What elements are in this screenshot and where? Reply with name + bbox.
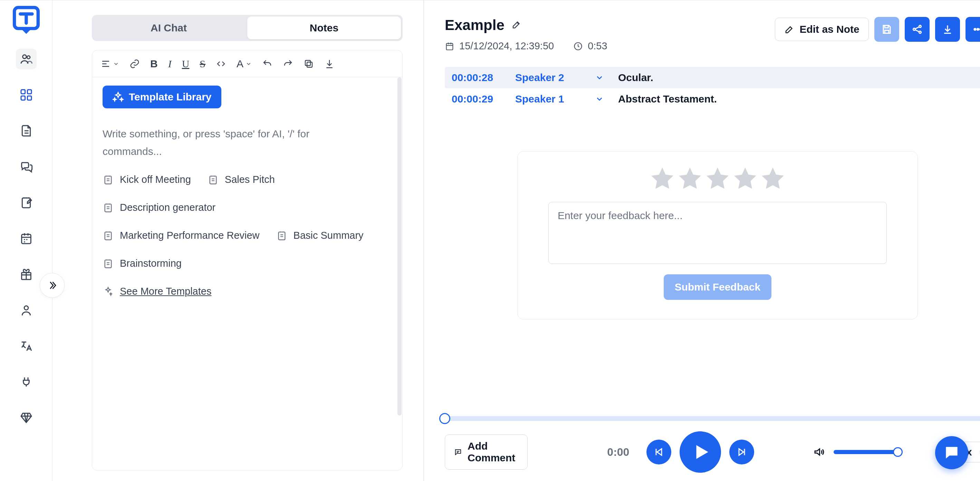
- align-dropdown[interactable]: [100, 59, 119, 69]
- dashboard-icon[interactable]: [16, 84, 37, 105]
- volume-control[interactable]: [813, 446, 899, 458]
- svg-rect-11: [307, 62, 312, 67]
- volume-slider[interactable]: [834, 450, 899, 454]
- svg-point-25: [977, 28, 978, 30]
- rating-stars[interactable]: [649, 165, 786, 192]
- editor-placeholder: Write something, or press 'space' for AI…: [103, 125, 344, 160]
- transcript-row[interactable]: 00:00:29 Speaker 1 Abstract Testament.: [445, 88, 980, 110]
- template-item[interactable]: Marketing Performance Review: [103, 230, 260, 241]
- speaker-dropdown-icon[interactable]: [589, 95, 610, 103]
- editor-body[interactable]: Template Library Write something, or pre…: [92, 77, 402, 305]
- feedback-textarea[interactable]: [548, 202, 887, 264]
- share-button[interactable]: [905, 17, 929, 42]
- template-item[interactable]: Basic Summary: [276, 230, 364, 241]
- note-date: 15/12/2024, 12:39:50: [445, 40, 554, 52]
- download-note-button[interactable]: [935, 17, 960, 42]
- submit-feedback-button[interactable]: Submit Feedback: [664, 274, 772, 300]
- speaker-dropdown-icon[interactable]: [589, 73, 610, 82]
- svg-rect-3: [21, 90, 25, 94]
- svg-point-21: [913, 28, 915, 30]
- prev-track-button[interactable]: [646, 440, 671, 464]
- transcript-row[interactable]: 00:00:28 Speaker 2 Ocular.: [445, 67, 980, 88]
- editor-scrollbar[interactable]: [398, 77, 402, 416]
- tab-ai-chat[interactable]: AI Chat: [92, 15, 245, 41]
- svg-rect-4: [27, 90, 32, 94]
- star-icon[interactable]: [759, 165, 786, 192]
- svg-rect-15: [105, 204, 111, 212]
- transcript-time: 00:00:28: [452, 72, 507, 84]
- sidebar: [0, 0, 52, 481]
- chat-icon[interactable]: [16, 156, 37, 177]
- template-library-button[interactable]: Template Library: [103, 86, 221, 108]
- undo-button[interactable]: [262, 59, 272, 69]
- code-button[interactable]: [216, 59, 226, 69]
- next-track-button[interactable]: [729, 440, 754, 464]
- plugin-icon[interactable]: [16, 371, 37, 392]
- support-chat-fab[interactable]: [935, 436, 968, 469]
- underline-button[interactable]: U: [182, 58, 189, 70]
- svg-rect-5: [21, 96, 25, 100]
- star-icon[interactable]: [649, 165, 676, 192]
- bold-button[interactable]: B: [150, 58, 158, 70]
- italic-button[interactable]: I: [168, 58, 172, 70]
- document-icon[interactable]: [16, 121, 37, 141]
- current-time: 0:00: [607, 446, 629, 459]
- tab-switcher: AI Chat Notes: [92, 15, 402, 41]
- profile-icon[interactable]: [16, 300, 37, 321]
- transcript-time: 00:00:29: [452, 93, 507, 105]
- gift-icon[interactable]: [16, 264, 37, 285]
- editor-card: B I U S A: [92, 50, 402, 471]
- note-duration: 0:53: [573, 40, 607, 52]
- svg-point-2: [27, 56, 30, 59]
- volume-thumb[interactable]: [893, 447, 903, 457]
- transcript-speaker: Speaker 2: [515, 72, 581, 84]
- edit-as-note-button[interactable]: Edit as Note: [775, 17, 869, 41]
- svg-point-22: [919, 25, 921, 27]
- template-list: Kick off Meeting Sales Pitch Description…: [103, 174, 392, 269]
- redo-button[interactable]: [283, 59, 293, 69]
- feedback-card: Submit Feedback: [517, 151, 918, 319]
- save-button[interactable]: [874, 17, 899, 42]
- template-item[interactable]: Kick off Meeting: [103, 174, 191, 185]
- svg-rect-19: [447, 43, 453, 50]
- star-icon[interactable]: [704, 165, 731, 192]
- see-more-templates-link[interactable]: See More Templates: [103, 286, 392, 297]
- text-color-dropdown[interactable]: A: [237, 58, 252, 70]
- translate-icon[interactable]: [16, 336, 37, 356]
- transcript-text: Abstract Testament.: [618, 93, 717, 105]
- download-button[interactable]: [324, 59, 335, 69]
- copy-button[interactable]: [304, 59, 314, 69]
- player: Add Comment 0:00: [445, 402, 980, 473]
- play-button[interactable]: [679, 431, 721, 473]
- svg-rect-6: [27, 96, 32, 100]
- rename-icon[interactable]: [511, 19, 522, 31]
- editor-toolbar: B I U S A: [92, 50, 402, 77]
- diamond-icon[interactable]: [16, 408, 37, 428]
- notes-pane: AI Chat Notes B I U S: [52, 0, 424, 481]
- template-item[interactable]: Description generator: [103, 202, 392, 213]
- template-item[interactable]: Sales Pitch: [208, 174, 275, 185]
- volume-icon: [813, 446, 825, 458]
- transcript-speaker: Speaker 1: [515, 93, 581, 105]
- svg-rect-13: [105, 176, 111, 184]
- star-icon[interactable]: [676, 165, 703, 192]
- svg-point-24: [974, 28, 976, 30]
- strike-button[interactable]: S: [200, 58, 205, 70]
- svg-rect-14: [210, 176, 216, 184]
- template-item[interactable]: Brainstorming: [103, 258, 392, 269]
- svg-rect-17: [278, 232, 285, 240]
- notebook-icon[interactable]: [16, 192, 37, 213]
- team-icon[interactable]: [16, 49, 37, 69]
- add-comment-button[interactable]: Add Comment: [445, 434, 528, 470]
- tab-notes[interactable]: Notes: [247, 17, 401, 39]
- calendar-icon[interactable]: [16, 228, 37, 249]
- svg-point-10: [24, 306, 28, 310]
- svg-rect-16: [105, 232, 111, 240]
- transcript-list: 00:00:28 Speaker 2 Ocular. 00:00:29 Spea…: [445, 67, 980, 110]
- progress-slider[interactable]: [445, 416, 980, 421]
- svg-rect-12: [305, 60, 310, 65]
- more-options-button[interactable]: [966, 17, 980, 42]
- star-icon[interactable]: [732, 165, 759, 192]
- link-button[interactable]: [129, 59, 140, 69]
- progress-thumb[interactable]: [439, 413, 450, 424]
